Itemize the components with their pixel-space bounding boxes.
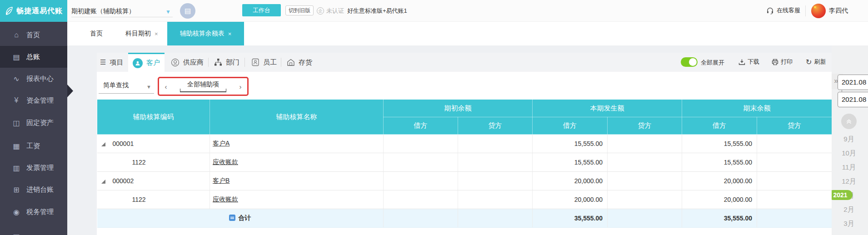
sidebar-item-salary[interactable]: ▦工资 bbox=[0, 135, 67, 157]
aux-item-pager-label[interactable]: 全部辅助项 bbox=[180, 80, 226, 92]
current-debit-cell: 20,000.00 bbox=[533, 172, 608, 190]
search-mode-label: 简单查找 bbox=[103, 81, 129, 89]
sidebar-item-partial[interactable]: ▣ bbox=[0, 225, 67, 235]
headset-icon bbox=[766, 7, 774, 15]
current-credit-cell bbox=[608, 172, 682, 190]
scroll-up-button[interactable] bbox=[841, 114, 857, 129]
sidebar-item-funds[interactable]: ¥资金管理 bbox=[0, 90, 67, 111]
subtab-inventory[interactable]: 存货 bbox=[287, 53, 312, 72]
tab-home[interactable]: 首页 bbox=[90, 22, 103, 45]
subtab-project[interactable]: ☰ 项目 bbox=[100, 53, 123, 72]
period-to-input[interactable]: 2021.08 bbox=[838, 92, 868, 107]
month-item[interactable]: 12月 bbox=[832, 177, 866, 186]
col-header-name[interactable]: 辅助核算名称 bbox=[210, 100, 384, 135]
table-row[interactable]: 000001 客户A 15,555.00 15,555.00 bbox=[97, 135, 832, 153]
top-bar: 畅捷通易代账 期初建账（辅助核算） ▼ ▤ 工作台 切到旧版 企 未认证 好生意… bbox=[0, 0, 868, 22]
table-row[interactable]: 1122 应收账款 20,000.00 20,000.00 bbox=[97, 190, 832, 209]
customer-person-icon bbox=[133, 58, 143, 68]
switch-old-version-button[interactable]: 切到旧版 bbox=[285, 5, 314, 15]
code-cell: 000001 bbox=[97, 135, 210, 153]
current-credit-total bbox=[608, 209, 682, 228]
aux-name-link[interactable]: 客户A bbox=[213, 140, 229, 147]
period-setup-dropdown[interactable]: 期初建账（辅助核算） ▼ bbox=[71, 5, 173, 17]
subtab-supplier[interactable]: 供应商 bbox=[171, 53, 204, 72]
aux-name-link[interactable]: 应收账款 bbox=[213, 195, 238, 203]
divider bbox=[244, 58, 245, 67]
sidebar-item-tax[interactable]: ◉税务管理 bbox=[0, 201, 67, 223]
name-cell: 应收账款 bbox=[210, 190, 384, 209]
payroll-icon: ▦ bbox=[12, 142, 21, 150]
opening-debit-cell bbox=[384, 153, 458, 172]
summary-doc-icon bbox=[229, 215, 235, 221]
avatar[interactable]: ★ bbox=[811, 4, 826, 18]
current-credit-cell bbox=[608, 190, 682, 209]
opening-debit-total bbox=[384, 209, 458, 228]
subtab-customer-active[interactable]: 客户 bbox=[128, 53, 165, 72]
period-side-panel: » 2021.08 2021.08 9月 10月 11月 12月 1月 2月 3… bbox=[832, 45, 868, 235]
table-row[interactable]: 000002 客户B 20,000.00 20,000.00 bbox=[97, 172, 832, 190]
period-from-input[interactable]: 2021.08 bbox=[838, 75, 868, 90]
notepad-icon[interactable]: ▤ bbox=[180, 3, 195, 19]
divider bbox=[281, 58, 281, 67]
ledger-icon: ▤ bbox=[12, 53, 21, 61]
sidebar-item-purchase-sales[interactable]: ⊞进销台账 bbox=[0, 179, 67, 200]
workbench-button[interactable]: 工作台 bbox=[242, 4, 281, 16]
subtab-department[interactable]: 部门 bbox=[214, 53, 239, 72]
tax-seal-icon: ◉ bbox=[12, 208, 21, 216]
sidebar-item-general-ledger[interactable]: ▤总账 bbox=[0, 46, 67, 68]
account-name: 好生意标准版+易代账1 bbox=[347, 7, 407, 15]
month-item[interactable]: 2月 bbox=[832, 205, 866, 214]
ending-credit-cell bbox=[757, 190, 832, 209]
col-group-opening: 期初余额 bbox=[384, 100, 533, 117]
month-item[interactable]: 10月 bbox=[832, 149, 866, 158]
expand-triangle-icon[interactable] bbox=[101, 180, 105, 184]
code-cell: 1122 bbox=[97, 190, 210, 209]
tab-subject-opening-label: 科目期初 bbox=[125, 30, 151, 38]
col-header-debit: 借方 bbox=[533, 117, 608, 135]
close-icon[interactable]: × bbox=[228, 30, 232, 37]
refresh-button[interactable]: ↻ 刷新 bbox=[806, 57, 826, 66]
table-row[interactable]: 1122 应收账款 15,555.00 15,555.00 bbox=[97, 153, 832, 172]
sidebar-item-invoices[interactable]: ▥发票管理 bbox=[0, 157, 67, 179]
ledger-book-icon: ⊞ bbox=[12, 185, 21, 194]
search-mode-dropdown[interactable]: 简单查找 ▼ bbox=[99, 78, 154, 94]
sidebar-label: 固定资产 bbox=[26, 119, 54, 127]
prev-arrow-button[interactable]: ‹ bbox=[161, 83, 170, 90]
month-item[interactable]: 3月 bbox=[832, 220, 866, 228]
month-item[interactable]: 9月 bbox=[832, 135, 866, 144]
subtab-employee[interactable]: 员工 bbox=[251, 53, 277, 72]
download-button[interactable]: 下载 bbox=[738, 57, 759, 66]
aux-name-link[interactable]: 客户B bbox=[213, 177, 229, 184]
total-label-cell: 合计 bbox=[97, 209, 384, 228]
invoice-icon: ▥ bbox=[12, 164, 21, 172]
expand-triangle-icon[interactable] bbox=[101, 142, 105, 146]
expand-all-toggle[interactable] bbox=[681, 57, 698, 67]
sidebar-label: 税务管理 bbox=[26, 208, 54, 216]
module-icon: ▣ bbox=[12, 232, 21, 235]
sidebar-item-fixed-assets[interactable]: ◫固定资产 bbox=[0, 112, 67, 134]
id-card-icon bbox=[251, 58, 259, 66]
document-tab-bar: 首页 科目期初 × 辅助核算余额表 × × bbox=[67, 22, 868, 45]
ending-credit-total bbox=[757, 209, 832, 228]
tab-subject-opening[interactable]: 科目期初 × bbox=[125, 22, 158, 45]
col-header-credit: 贷方 bbox=[608, 117, 682, 135]
sidebar-item-home[interactable]: ⌂首页 bbox=[0, 24, 67, 46]
username: 李四代 bbox=[829, 7, 848, 15]
col-header-code[interactable]: 辅助核算编码 bbox=[97, 100, 210, 135]
next-arrow-button[interactable]: › bbox=[236, 83, 245, 90]
subtab-label: 供应商 bbox=[183, 58, 204, 67]
aux-name-link[interactable]: 应收账款 bbox=[213, 158, 238, 165]
uncertified-label: 未认证 bbox=[326, 7, 344, 15]
app-logo[interactable]: 畅捷通易代账 bbox=[0, 0, 67, 22]
subtab-label: 存货 bbox=[299, 58, 312, 67]
sidebar-collapse-handle[interactable] bbox=[67, 85, 73, 97]
print-button[interactable]: 打印 bbox=[772, 57, 793, 66]
chevron-down-icon: ▼ bbox=[165, 6, 171, 17]
col-header-credit: 贷方 bbox=[458, 117, 533, 135]
ending-credit-cell bbox=[757, 135, 832, 153]
tab-aux-balance-active[interactable]: 辅助核算余额表 × bbox=[167, 22, 244, 45]
month-item[interactable]: 11月 bbox=[832, 163, 866, 172]
online-service-button[interactable]: 在线客服 bbox=[766, 6, 800, 15]
close-icon[interactable]: × bbox=[155, 30, 158, 37]
sidebar-item-report-center[interactable]: ∿报表中心 bbox=[0, 68, 67, 90]
